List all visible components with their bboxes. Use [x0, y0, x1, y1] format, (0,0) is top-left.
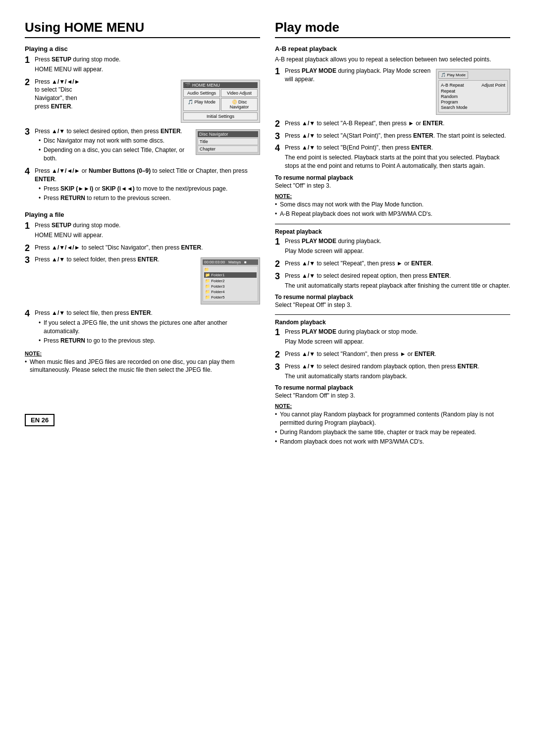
- section-random: Random playback 1 Press PLAY MODE during…: [275, 319, 510, 446]
- folder-screen: 00:00:03:00 Matsys ■ 📁 📁 Folder1 📁 Folde…: [201, 257, 260, 304]
- disc-step-1: 1 Press SETUP during stop mode. HOME MEN…: [25, 55, 260, 75]
- file-step-1: 1 Press SETUP during stop mode. HOME MEN…: [25, 221, 260, 241]
- random-step-2: 2 Press ▲/▼ to select "Random", then pre…: [275, 350, 510, 360]
- ab-step-1: 1 🎵 Play Mode A-B RepeatAdjust Point Rep…: [275, 67, 510, 117]
- ab-repeat-heading: A-B repeat playback: [275, 45, 510, 52]
- repeat-resume-text: Select "Repeat Off" in step 3.: [275, 302, 510, 308]
- page-number: EN 26: [25, 414, 54, 426]
- right-title: Play mode: [275, 20, 510, 38]
- repeat-step-2: 2 Press ▲/▼ to select "Repeat", then pre…: [275, 259, 510, 269]
- random-step-1: 1 Press PLAY MODE during playback or sto…: [275, 328, 510, 348]
- disc-step3-bullets: Disc Navigator may not work with some di…: [39, 137, 260, 162]
- right-column: Play mode A-B repeat playback A-B repeat…: [275, 20, 510, 451]
- file-step-3: 3 00:00:03:00 Matsys ■ 📁 📁 Folder1 📁 Fol…: [25, 255, 260, 306]
- section-repeat: Repeat playback 1 Press PLAY MODE during…: [275, 228, 510, 308]
- section-ab-repeat: A-B repeat playback A-B repeat playback …: [275, 45, 510, 218]
- disc-step4-bullets: Press SKIP (►►i) or SKIP (i◄◄) to move t…: [39, 185, 260, 202]
- ab-step-3: 3 Press ▲/▼ to select "A(Start Point)", …: [275, 132, 510, 142]
- file-step-2: 2 Press ▲/▼/◄/► to select "Disc Navigato…: [25, 244, 260, 253]
- repeat-step-3: 3 Press ▲/▼ to select desired repeat opt…: [275, 272, 510, 292]
- ab-step-2: 2 Press ▲/▼ to select "A-B Repeat", then…: [275, 119, 510, 129]
- playing-file-heading: Playing a file: [25, 211, 260, 218]
- disc-step-2: 2 🎬 HOME MENU Audio Settings Video Adjus…: [25, 78, 260, 125]
- file-note-block: NOTE: When music files and JPEG files ar…: [25, 351, 260, 375]
- page-number-container: EN 26: [25, 404, 260, 426]
- repeat-heading: Repeat playback: [275, 228, 510, 235]
- home-menu-screen: 🎬 HOME MENU Audio Settings Video Adjust …: [181, 80, 260, 123]
- playing-disc-heading: Playing a disc: [25, 45, 260, 52]
- ab-resume-label: To resume normal playback: [275, 174, 510, 181]
- section-playing-disc: Playing a disc 1 Press SETUP during stop…: [25, 45, 260, 204]
- random-note-bullets: You cannot play Random playback for prog…: [275, 410, 510, 446]
- random-resume-label: To resume normal playback: [275, 384, 510, 391]
- ab-note-block: NOTE: Some discs may not work with the P…: [275, 193, 510, 218]
- divider-1: [275, 224, 510, 224]
- disc-step-3: 3 Disc Navigator Title Chapter Press ▲/▼…: [25, 127, 260, 164]
- file-step4-bullets: If you select a JPEG file, the unit show…: [39, 319, 260, 345]
- disc-step-4: 4 Press ▲/▼/◄/► or Number Buttons (0–9) …: [25, 167, 260, 204]
- left-title: Using HOME MENU: [25, 20, 260, 38]
- file-note-bullets: When music files and JPEG files are reco…: [25, 358, 260, 375]
- ab-note-bullets: Some discs may not work with the Play Mo…: [275, 201, 510, 218]
- random-resume-text: Select "Random Off" in step 3.: [275, 392, 510, 399]
- random-heading: Random playback: [275, 319, 510, 326]
- play-mode-screen: 🎵 Play Mode A-B RepeatAdjust Point Repea…: [436, 69, 510, 115]
- random-step-3: 3 Press ▲/▼ to select desired random pla…: [275, 362, 510, 382]
- random-note-block: NOTE: You cannot play Random playback fo…: [275, 403, 510, 446]
- ab-step-4: 4 Press ▲/▼ to select "B(End Point)", th…: [275, 144, 510, 171]
- repeat-resume-label: To resume normal playback: [275, 294, 510, 301]
- section-playing-file: Playing a file 1 Press SETUP during stop…: [25, 211, 260, 374]
- divider-2: [275, 314, 510, 315]
- left-column: Using HOME MENU Playing a disc 1 Press S…: [25, 20, 260, 451]
- file-step-4: 4 Press ▲/▼ to select file, then press E…: [25, 309, 260, 346]
- repeat-step-1: 1 Press PLAY MODE during playback. Play …: [275, 237, 510, 257]
- ab-resume-text: Select "Off" in step 3.: [275, 182, 510, 189]
